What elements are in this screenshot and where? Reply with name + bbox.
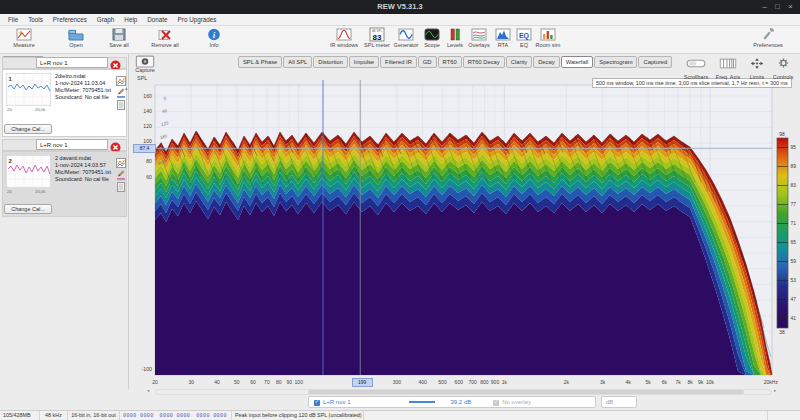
- chart-icon[interactable]: [116, 72, 126, 82]
- trace-checkbox[interactable]: [314, 400, 320, 406]
- toolbar: MeasureOpenSave allRemove alliInfoIR win…: [0, 26, 800, 54]
- tab-rt60[interactable]: RT60: [438, 56, 462, 68]
- roomsim-icon: [540, 27, 556, 42]
- status-input-meters: 0000 00000000 00000000 00000000 0000: [120, 411, 232, 420]
- notes-icon[interactable]: [116, 178, 126, 188]
- menu-bar: FileToolsPreferencesGraphHelpDonatePro U…: [0, 14, 800, 26]
- toolbar-label: Info: [196, 42, 232, 48]
- scroll-left-arrow-icon[interactable]: ◂: [147, 388, 149, 393]
- toolbar-measure-button[interactable]: Measure: [6, 27, 42, 48]
- tab-spectrogram[interactable]: Spectrogram: [594, 56, 637, 68]
- legend-trace-name[interactable]: L+R nov 1: [323, 399, 351, 405]
- svg-text:900: 900: [491, 379, 500, 385]
- tab-decay[interactable]: Decay: [533, 56, 559, 68]
- menu-pro-upgrades[interactable]: Pro Upgrades: [173, 16, 222, 23]
- tab-all-spl[interactable]: All SPL: [283, 56, 312, 68]
- trace-line-sample: [409, 401, 435, 403]
- splitter-collapse-icon[interactable]: ▲: [124, 86, 128, 91]
- trace-color-pencil-icon[interactable]: [116, 166, 126, 176]
- svg-text:77: 77: [791, 202, 797, 207]
- tab-waterfall[interactable]: Waterfall: [561, 56, 594, 68]
- toolbar-info-button[interactable]: iInfo: [196, 27, 232, 48]
- minimize-button[interactable]: –: [758, 0, 771, 14]
- scroll-right-arrow-icon[interactable]: ▸: [774, 388, 776, 393]
- svg-text:300: 300: [393, 379, 402, 385]
- svg-text:140: 140: [143, 108, 152, 114]
- svg-text:8k: 8k: [688, 379, 694, 385]
- thumbnail-axis-min: 20: [7, 107, 12, 112]
- svg-text:50: 50: [234, 379, 240, 385]
- horizontal-scrollbar[interactable]: [155, 389, 772, 395]
- chart-icon[interactable]: [116, 154, 126, 164]
- graph-limits-button[interactable]: Limits: [742, 55, 772, 80]
- measurement-thumbnail[interactable]: 1: [6, 73, 51, 106]
- tab-gd[interactable]: GD: [418, 56, 437, 68]
- svg-text:90: 90: [287, 379, 293, 385]
- tab-clarity[interactable]: Clarity: [506, 56, 532, 68]
- svg-text:41: 41: [791, 316, 797, 321]
- svg-text:89: 89: [791, 164, 797, 169]
- menu-preferences[interactable]: Preferences: [48, 16, 92, 23]
- change-cal-button[interactable]: Change Cal...: [4, 204, 52, 214]
- graph-freq-axis-button[interactable]: Freq. Axis: [713, 55, 743, 80]
- capture-button[interactable]: [135, 54, 155, 67]
- close-button[interactable]: ×: [784, 0, 797, 14]
- toolbar-room-sim-button[interactable]: Room sim: [530, 27, 566, 48]
- svg-text:60: 60: [250, 379, 256, 385]
- measurement-name-field[interactable]: L+R nov 1: [36, 57, 108, 68]
- tab-captured[interactable]: Captured: [638, 56, 672, 68]
- svg-text:53: 53: [791, 278, 797, 283]
- scrollbars-icon: [681, 55, 711, 73]
- spl-axis-title: SPL: [137, 75, 147, 81]
- menu-file[interactable]: File: [3, 16, 23, 23]
- graph-scrollbars-button[interactable]: Scrollbars: [681, 55, 711, 80]
- toolbar-remove-all-button[interactable]: Remove all: [147, 27, 183, 48]
- spl-icon: dB SPL83: [369, 27, 385, 42]
- measurement-thumbnail[interactable]: 2: [6, 155, 51, 188]
- toolbar-label: Remove all: [147, 42, 183, 48]
- thumbnail-axis-min: 20: [7, 189, 12, 194]
- menu-donate[interactable]: Donate: [142, 16, 172, 23]
- menu-graph[interactable]: Graph: [92, 16, 120, 23]
- change-cal-button[interactable]: Change Cal...: [4, 124, 52, 134]
- maximize-button[interactable]: □: [771, 0, 784, 14]
- svg-text:4k: 4k: [626, 379, 632, 385]
- graph-button-label: Freq. Axis: [713, 74, 743, 80]
- svg-text:80: 80: [146, 158, 152, 164]
- menu-tools[interactable]: Tools: [23, 16, 48, 23]
- graph-tabs: SPL & PhaseAll SPLDistortionImpulseFilte…: [238, 56, 672, 68]
- tab-spl-phase[interactable]: SPL & Phase: [238, 56, 282, 68]
- toolbar-save-all-button[interactable]: Save all: [101, 27, 137, 48]
- menu-help[interactable]: Help: [119, 16, 142, 23]
- svg-text:83: 83: [791, 183, 797, 188]
- svg-text:5k: 5k: [646, 379, 652, 385]
- tab-distortion[interactable]: Distortion: [313, 56, 347, 68]
- status-empty: [364, 411, 768, 420]
- measurement-delete-button[interactable]: [110, 139, 121, 150]
- open-icon: [68, 27, 84, 42]
- measurement-file: 2 davanti.mdat: [55, 155, 113, 162]
- measurement-delete-button[interactable]: [110, 57, 121, 68]
- scrollbar-thumb[interactable]: [308, 390, 744, 394]
- notes-icon[interactable]: [116, 96, 126, 106]
- toolbar-label: Preferences: [748, 42, 788, 48]
- tab-filtered-ir[interactable]: Filtered IR: [380, 56, 417, 68]
- status-sample-rate: 48 kHz: [40, 411, 68, 420]
- svg-text:65: 65: [791, 240, 797, 245]
- graph-controls-button[interactable]: Controls: [769, 55, 797, 80]
- window-title: REW V5.31.3: [0, 0, 800, 14]
- measurement-name-field[interactable]: L+R nov 1: [36, 139, 108, 150]
- gen-icon: [398, 27, 414, 42]
- toolbar-label: Open: [58, 42, 94, 48]
- toolbar-ir-windows-button[interactable]: IR windows: [326, 27, 362, 48]
- tab-impulse[interactable]: Impulse: [349, 56, 379, 68]
- tab-rt60-decay[interactable]: RT60 Decay: [463, 56, 505, 68]
- measurement-mic-cal: Mic/Meter: 7079451.txt: [55, 87, 113, 94]
- overlay-checkbox[interactable]: [493, 400, 499, 406]
- legend-overlay-label: No overlay: [502, 399, 531, 405]
- limits-icon: [742, 55, 772, 73]
- toolbar-preferences-button[interactable]: Preferences: [748, 27, 788, 48]
- svg-text:30: 30: [188, 379, 194, 385]
- toolbar-open-button[interactable]: Open: [58, 27, 94, 48]
- thumbnail-graph-icon: 1: [6, 73, 51, 106]
